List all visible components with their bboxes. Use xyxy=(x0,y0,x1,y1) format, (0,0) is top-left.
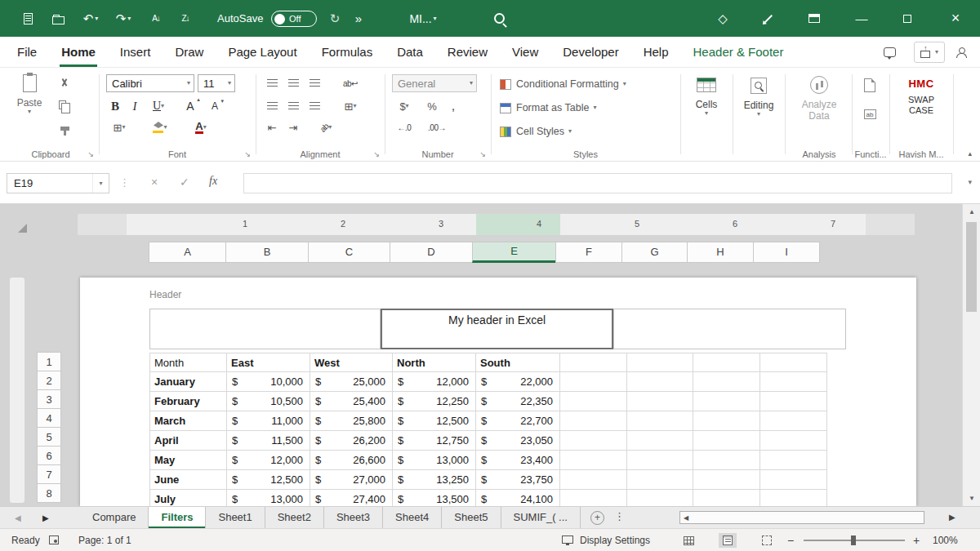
scroll-down-icon[interactable]: ▼ xyxy=(963,495,980,502)
cell[interactable] xyxy=(760,411,827,431)
copy-button[interactable]: ▾ xyxy=(56,96,74,113)
sheet-tab-sheet2[interactable]: Sheet2 xyxy=(265,507,324,529)
tab-data[interactable]: Data xyxy=(385,37,435,67)
middle-align-button[interactable] xyxy=(284,74,302,92)
cell[interactable] xyxy=(693,490,760,506)
increase-decimal-button[interactable]: ←.0 xyxy=(392,118,416,136)
cell-value[interactable]: $27,000 xyxy=(310,470,393,490)
fill-color-button[interactable]: ▾ xyxy=(147,118,173,136)
function-translate-button[interactable]: ab xyxy=(861,105,879,123)
cell-value[interactable]: $26,600 xyxy=(310,451,393,470)
cell[interactable] xyxy=(560,451,627,470)
close-button[interactable]: × xyxy=(942,0,969,37)
cell[interactable] xyxy=(560,470,627,490)
column-header-b[interactable]: B xyxy=(225,242,309,263)
row-header-8[interactable]: 8 xyxy=(37,483,61,503)
search-button[interactable] xyxy=(488,0,510,37)
sheet-tab-sumif[interactable]: SUMIF_( ... xyxy=(501,507,581,529)
cell-styles-button[interactable]: Cell Styles ▾ xyxy=(500,122,572,141)
cell-month[interactable]: April xyxy=(149,431,227,451)
cell-value[interactable]: $22,700 xyxy=(476,411,560,431)
column-header-d[interactable]: D xyxy=(390,242,473,263)
decrease-font-button[interactable]: A xyxy=(206,97,224,115)
scroll-left-icon[interactable]: ◀ xyxy=(684,514,688,522)
cell-value[interactable]: $22,000 xyxy=(476,372,560,392)
function-doc-button[interactable] xyxy=(861,76,879,94)
cell-c1[interactable]: West xyxy=(310,353,393,372)
cell[interactable] xyxy=(760,392,827,411)
zoom-level[interactable]: 100% xyxy=(933,535,958,546)
cancel-icon[interactable]: × xyxy=(151,176,158,189)
row-header-5[interactable]: 5 xyxy=(37,427,61,447)
column-header-f[interactable]: F xyxy=(555,242,622,263)
enter-icon[interactable]: ✓ xyxy=(180,176,189,189)
row-header-6[interactable]: 6 xyxy=(37,446,61,465)
tab-home[interactable]: Home xyxy=(49,37,108,67)
number-format-combobox[interactable]: General ▾ xyxy=(392,74,477,92)
cell-value[interactable]: $12,000 xyxy=(227,451,310,470)
cell-value[interactable]: $13,000 xyxy=(393,451,476,470)
column-header-h[interactable]: H xyxy=(687,242,754,263)
cell-value[interactable]: $10,500 xyxy=(227,392,310,411)
sort-descending-button[interactable]: Z↓ xyxy=(175,0,196,37)
decrease-decimal-button[interactable]: .00→ xyxy=(423,118,451,136)
document-title[interactable]: MI...▾ xyxy=(399,0,448,37)
sheet-tab-sheet3[interactable]: Sheet3 xyxy=(324,507,383,529)
ink-pen-icon[interactable] xyxy=(758,0,779,37)
cell-value[interactable]: $11,500 xyxy=(227,431,310,451)
decrease-indent-button[interactable]: ⇤ xyxy=(263,118,281,136)
people-icon[interactable] xyxy=(956,47,967,58)
merge-center-button[interactable]: ⊞▾ xyxy=(336,97,364,115)
cell[interactable] xyxy=(627,470,693,490)
tab-page-layout[interactable]: Page Layout xyxy=(216,37,309,67)
cell-month[interactable]: February xyxy=(149,392,227,411)
sort-ascending-button[interactable]: A↓ xyxy=(145,0,167,37)
cell[interactable] xyxy=(627,392,693,411)
cell-d1[interactable]: North xyxy=(393,353,476,372)
redo-button[interactable]: ↷▾ xyxy=(111,0,136,37)
tab-help[interactable]: Help xyxy=(631,37,681,67)
name-box[interactable]: E19 ▾ xyxy=(7,173,109,193)
font-color-button[interactable]: A▾ xyxy=(188,118,214,136)
cell-month[interactable]: March xyxy=(149,411,227,431)
swap-case-button[interactable]: HMC SWAP CASE xyxy=(900,78,942,116)
top-align-button[interactable] xyxy=(263,74,281,92)
increase-font-button[interactable]: A xyxy=(181,97,199,115)
cell[interactable] xyxy=(760,470,827,490)
autosave-toggle[interactable]: Off xyxy=(271,11,317,27)
page-layout-view-button[interactable] xyxy=(719,533,737,548)
cell[interactable] xyxy=(560,490,627,506)
cell[interactable] xyxy=(693,372,760,392)
cell[interactable] xyxy=(760,372,827,392)
cell-month[interactable]: June xyxy=(149,470,227,490)
tab-developer[interactable]: Developer xyxy=(550,37,630,67)
scrollbar-thumb[interactable] xyxy=(966,222,977,312)
sheet-tab-filters-active[interactable]: Filters xyxy=(149,507,206,529)
cells-button[interactable]: Cells ▾ xyxy=(689,78,724,117)
header-left-section[interactable] xyxy=(149,309,381,349)
cell[interactable] xyxy=(560,431,627,451)
cell-value[interactable]: $27,400 xyxy=(310,490,393,506)
page-break-view-button[interactable] xyxy=(758,533,776,548)
conditional-formatting-button[interactable]: Conditional Formatting ▾ xyxy=(500,74,626,94)
bold-button[interactable]: B xyxy=(106,97,124,115)
macro-record-icon[interactable] xyxy=(49,535,59,544)
cell-value[interactable]: $23,050 xyxy=(476,431,560,451)
borders-button[interactable]: ⊞▾ xyxy=(106,118,132,136)
cell[interactable] xyxy=(760,353,827,372)
font-size-combobox[interactable]: 11 ▾ xyxy=(198,74,235,92)
goal-seek-icon[interactable]: ◇ xyxy=(712,0,733,37)
format-painter-button[interactable] xyxy=(56,117,74,135)
cell-month[interactable]: January xyxy=(149,372,227,392)
cell-value[interactable]: $13,000 xyxy=(227,490,310,506)
more-commands-button[interactable]: » xyxy=(350,0,368,37)
column-header-e-selected[interactable]: E xyxy=(472,242,556,263)
column-header-g[interactable]: G xyxy=(621,242,688,263)
sheet-options-icon[interactable]: ⋮ xyxy=(614,510,625,529)
cell-a1[interactable]: Month xyxy=(149,353,227,372)
scroll-right-icon[interactable]: ▶ xyxy=(949,513,956,522)
cell[interactable] xyxy=(693,451,760,470)
formula-input[interactable] xyxy=(243,173,952,193)
editing-button[interactable]: Editing ▾ xyxy=(740,78,777,118)
cell[interactable] xyxy=(627,451,693,470)
